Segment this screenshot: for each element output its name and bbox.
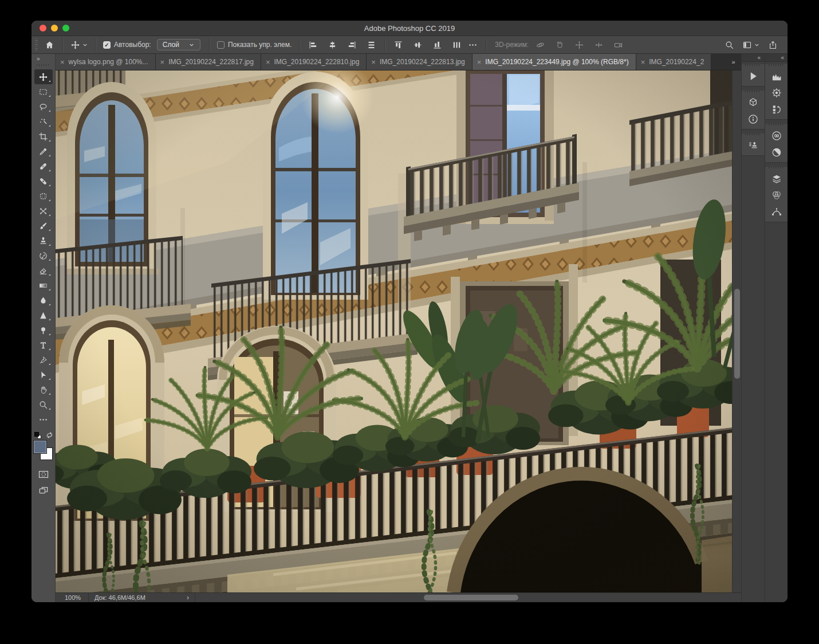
close-window-button[interactable] <box>40 25 46 32</box>
drag-3d-button[interactable] <box>571 38 587 52</box>
default-colors-button[interactable] <box>34 432 41 439</box>
tab-wylsa[interactable]: ×wylsa logo.png @ 100%... <box>56 54 156 70</box>
panel-layers-button[interactable] <box>765 170 788 187</box>
tab-close-icon[interactable]: × <box>477 58 482 66</box>
panel-collapse-button[interactable]: « <box>765 54 788 62</box>
tab-close-icon[interactable]: × <box>160 58 165 66</box>
tool-edit-toolbar[interactable] <box>34 412 53 427</box>
tab-IMG_20190224_222810.jpg[interactable]: ×IMG_20190224_222810.jpg <box>261 54 367 70</box>
tool-history-brush[interactable] <box>34 248 53 263</box>
tool-blur[interactable] <box>34 293 53 308</box>
align-v-center-button[interactable] <box>410 38 426 52</box>
horizontal-scrollbar-thumb[interactable] <box>424 595 518 600</box>
home-button[interactable] <box>41 38 57 52</box>
search-button[interactable] <box>721 38 737 52</box>
tab-overflow-button[interactable]: » <box>726 54 741 70</box>
panel-history-button[interactable] <box>765 101 788 117</box>
align-right-button[interactable] <box>344 38 360 52</box>
share-button[interactable] <box>765 38 781 52</box>
doc-info-field[interactable]: Док: 46,6M/46,6M › <box>89 593 195 602</box>
panel-3d-button[interactable] <box>742 94 765 111</box>
tool-clone-stamp[interactable] <box>34 233 53 248</box>
tool-lasso[interactable] <box>34 99 53 114</box>
tool-sharpen[interactable] <box>34 308 53 323</box>
tab-IMG_20190224_222817.jpg[interactable]: ×IMG_20190224_222817.jpg <box>156 54 261 70</box>
panel-collapse-button[interactable]: « <box>742 54 765 62</box>
status-menu-chevron-icon[interactable]: › <box>187 594 189 602</box>
tool-brush[interactable] <box>34 218 53 233</box>
canvas-image[interactable] <box>56 70 732 592</box>
roll-3d-button[interactable] <box>552 38 568 52</box>
toolbar-collapse-button[interactable]: » <box>32 54 41 62</box>
tool-eraser[interactable] <box>34 263 53 278</box>
camera-3d-button[interactable] <box>610 38 626 52</box>
align-top-button[interactable] <box>390 38 406 52</box>
tab-IMG_20190224_2[interactable]: ×IMG_20190224_2 <box>636 54 712 70</box>
quick-mask-button[interactable] <box>35 468 52 481</box>
panel-libraries-button[interactable] <box>765 127 788 144</box>
autoselect-checkbox-group[interactable]: ✓ Автовыбор: <box>103 41 151 49</box>
zoom-level-field[interactable]: 100% <box>56 593 89 602</box>
distribute-v-button[interactable] <box>363 38 379 52</box>
minimize-window-button[interactable] <box>51 25 58 32</box>
distribute-h-button[interactable] <box>448 38 464 52</box>
tool-crop[interactable] <box>34 129 53 144</box>
show-transform-controls-group[interactable]: Показать упр. элем. <box>217 41 292 49</box>
tool-dodge[interactable] <box>34 323 53 337</box>
panel-paths-button[interactable] <box>765 203 788 220</box>
vertical-scrollbar-thumb[interactable] <box>734 289 740 379</box>
swap-colors-icon[interactable] <box>45 431 53 439</box>
panel-histogram-button[interactable] <box>765 68 788 84</box>
panel-actions-button[interactable] <box>742 68 765 84</box>
tool-type[interactable] <box>34 337 53 352</box>
tab-close-icon[interactable]: × <box>60 58 65 66</box>
tool-healing-brush[interactable] <box>34 174 53 189</box>
foreground-color-swatch[interactable] <box>34 441 46 453</box>
titlebar[interactable]: Adobe Photoshop CC 2019 <box>32 21 788 36</box>
align-left-button[interactable] <box>305 38 321 52</box>
zoom-window-button[interactable] <box>62 25 69 32</box>
tool-rectangular-marquee[interactable] <box>34 84 53 99</box>
slide-3d-button[interactable] <box>590 38 607 52</box>
tool-gradient[interactable] <box>34 278 53 293</box>
show-transform-controls-checkbox[interactable] <box>217 41 225 49</box>
tab-close-icon[interactable]: × <box>641 58 645 66</box>
tool-content-aware-move[interactable] <box>34 203 53 218</box>
tool-magic-wand[interactable] <box>34 114 53 129</box>
orbit-3d-button[interactable] <box>532 38 548 52</box>
tool-path-selection[interactable] <box>34 367 53 382</box>
vertical-scrollbar[interactable] <box>732 70 741 592</box>
panel-navigator-button[interactable] <box>765 84 788 101</box>
tool-zoom[interactable] <box>34 397 53 412</box>
panel-grip[interactable] <box>745 91 761 92</box>
tab-close-icon[interactable]: × <box>266 58 270 66</box>
panel-grip[interactable] <box>769 64 785 66</box>
workspace-switcher-button[interactable] <box>739 38 762 52</box>
current-tool-button[interactable] <box>68 38 90 52</box>
tool-move[interactable] <box>34 69 53 84</box>
autoselect-checkbox[interactable]: ✓ <box>103 41 111 49</box>
options-bar-grip[interactable] <box>35 38 38 51</box>
tab-close-icon[interactable]: × <box>371 58 376 66</box>
align-h-center-button[interactable] <box>324 38 340 52</box>
tool-patch[interactable] <box>34 189 53 203</box>
tool-spot-healing-brush[interactable] <box>34 159 53 174</box>
panel-grip[interactable] <box>745 133 761 135</box>
panel-channels-button[interactable] <box>765 187 788 203</box>
panel-grip[interactable] <box>769 167 785 168</box>
panel-grip[interactable] <box>769 124 785 125</box>
tool-hand[interactable] <box>34 382 53 397</box>
panel-grip[interactable] <box>745 64 761 66</box>
panel-color-button[interactable] <box>765 144 788 160</box>
tool-pen[interactable] <box>34 352 53 367</box>
toolbar-grip[interactable] <box>37 64 50 66</box>
tab-IMG_20190224_222813.jpg[interactable]: ×IMG_20190224_222813.jpg <box>367 54 472 70</box>
autoselect-target-dropdown[interactable]: Слой <box>157 39 200 50</box>
tool-eyedropper[interactable] <box>34 144 53 159</box>
panel-clone-source-button[interactable] <box>742 137 765 154</box>
tab-IMG_20190224_223449.jpg[interactable]: ×IMG_20190224_223449.jpg @ 100% (RGB/8*) <box>472 54 636 70</box>
more-align-options-button[interactable] <box>464 38 481 52</box>
panel-info-button[interactable] <box>742 111 765 127</box>
screen-mode-button[interactable] <box>35 484 52 497</box>
align-bottom-button[interactable] <box>429 38 445 52</box>
